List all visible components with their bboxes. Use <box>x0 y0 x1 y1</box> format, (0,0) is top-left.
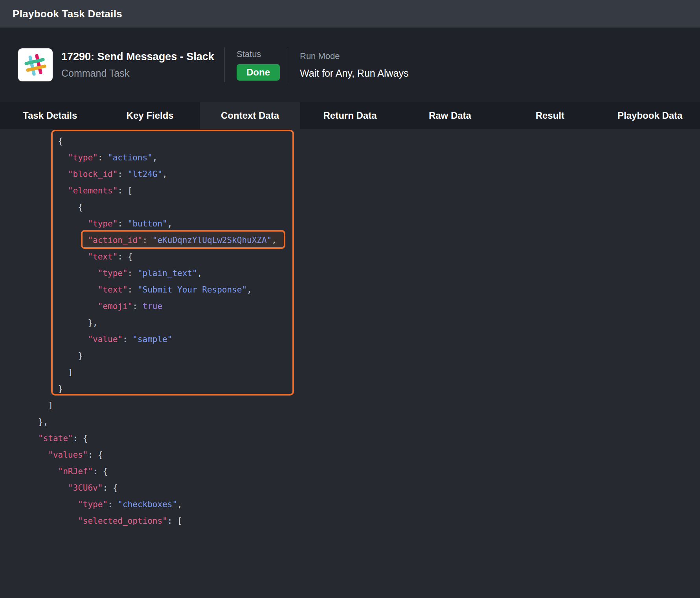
code-line: "3CU6v": { <box>0 480 700 496</box>
header-divider <box>224 48 225 82</box>
tab-context-data[interactable]: Context Data <box>200 102 300 129</box>
code-line: "selected_options": [ <box>0 513 700 529</box>
topbar: Playbook Task Details <box>0 0 700 28</box>
code-line: } <box>0 381 700 397</box>
run-mode-block: Run Mode Wait for Any, Run Always <box>300 51 409 79</box>
playbook-task-details-window: Playbook Task Details 17290: Send Messag… <box>0 0 700 598</box>
tab-task-details[interactable]: Task Details <box>0 102 100 129</box>
code-line: "text": "Submit Your Response", <box>0 282 700 298</box>
tab-key-fields[interactable]: Key Fields <box>100 102 200 129</box>
page-title: Playbook Task Details <box>13 8 122 20</box>
task-title: 17290: Send Messages - Slack <box>61 51 224 63</box>
code-line: "type": "checkboxes", <box>0 496 700 513</box>
code-line: ] <box>0 397 700 414</box>
code-line: "action_id": "eKuDqnzYlUqLw2SkQhuXZA", <box>0 232 700 248</box>
code-line: "type": "actions", <box>0 149 700 166</box>
code-line: "block_id": "lt24G", <box>0 166 700 182</box>
tab-playbook-data[interactable]: Playbook Data <box>600 102 700 129</box>
code-line: "emoji": true <box>0 298 700 315</box>
tab-bar: Task DetailsKey FieldsContext DataReturn… <box>0 102 700 129</box>
run-mode-label: Run Mode <box>300 51 409 61</box>
code-line: "type": "button", <box>0 215 700 232</box>
code-line: "elements": [ <box>0 182 700 199</box>
tab-result[interactable]: Result <box>500 102 600 129</box>
tab-return-data[interactable]: Return Data <box>300 102 400 129</box>
code-line: ] <box>0 364 700 381</box>
status-label: Status <box>237 49 277 59</box>
run-mode-value: Wait for Any, Run Always <box>300 68 409 79</box>
code-line: }, <box>0 414 700 430</box>
code-line: }, <box>0 315 700 331</box>
task-header: 17290: Send Messages - Slack Command Tas… <box>0 28 700 102</box>
code-viewer[interactable]: { "type": "actions", "block_id": "lt24G"… <box>0 129 700 598</box>
code-line: "state": { <box>0 430 700 447</box>
status-badge: Done <box>237 64 280 81</box>
code-line: { <box>0 199 700 215</box>
code-line: "value": "sample" <box>0 331 700 348</box>
code-line: "values": { <box>0 447 700 463</box>
task-type: Command Task <box>61 68 224 79</box>
header-divider <box>288 48 288 82</box>
code-line: "nRJef": { <box>0 463 700 480</box>
tab-raw-data[interactable]: Raw Data <box>400 102 500 129</box>
code-line: } <box>0 348 700 364</box>
status-block: Status Done <box>237 49 277 81</box>
code-line: { <box>0 133 700 149</box>
code-line: "type": "plain_text", <box>0 265 700 282</box>
task-title-block: 17290: Send Messages - Slack Command Tas… <box>61 51 224 79</box>
code-line: "text": { <box>0 248 700 265</box>
slack-icon <box>18 48 53 81</box>
code-lines: { "type": "actions", "block_id": "lt24G"… <box>0 129 700 529</box>
